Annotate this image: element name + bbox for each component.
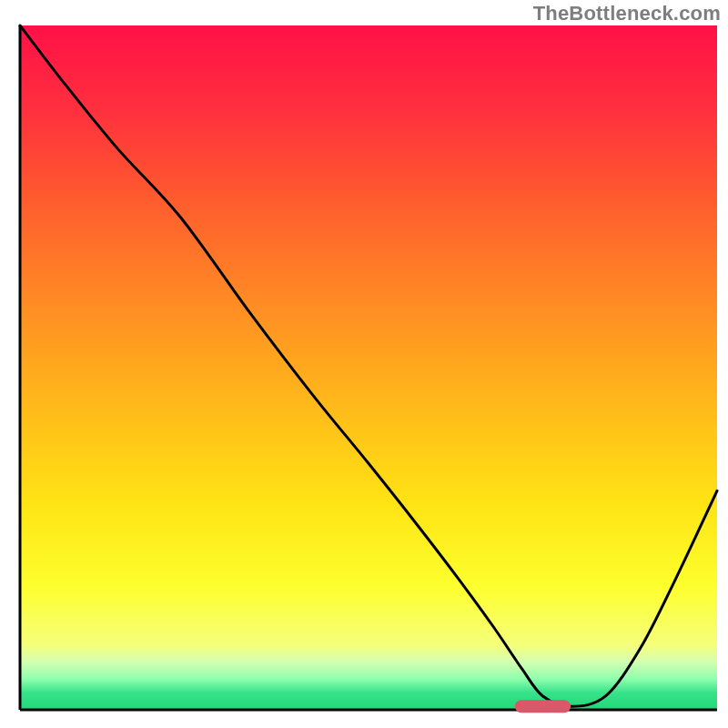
bottleneck-chart (0, 0, 728, 728)
watermark-label: TheBottleneck.com (533, 2, 721, 25)
chart-container: TheBottleneck.com (0, 0, 728, 728)
optimal-range-marker (515, 700, 571, 713)
heatmap-background (20, 25, 717, 710)
